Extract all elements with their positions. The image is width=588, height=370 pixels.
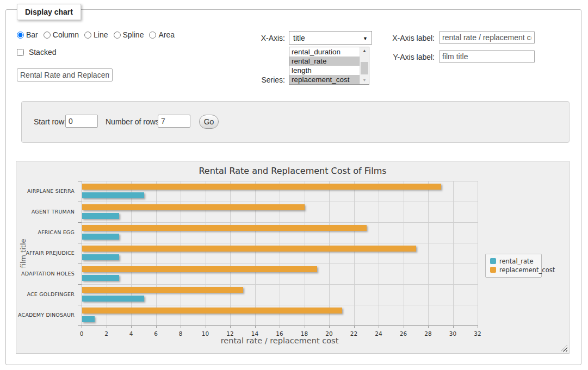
fieldset-legend: Display chart [17, 4, 81, 20]
radio-icon[interactable] [114, 32, 121, 39]
go-button[interactable]: Go [199, 115, 219, 129]
x-axis-select[interactable]: title ▼ [289, 31, 372, 45]
y-axis-label-label: Y-Axis label: [365, 53, 435, 61]
bar-replacement_cost[interactable] [82, 225, 367, 231]
x-tick-label: 2 [104, 330, 108, 337]
bar-rental_rate[interactable] [82, 192, 144, 198]
chart-type-radio-spline[interactable]: Spline [114, 30, 144, 39]
x-axis-line [82, 325, 478, 326]
grid-line-vertical [280, 181, 280, 325]
number-of-rows-input[interactable] [158, 115, 190, 128]
bar-rental_rate[interactable] [82, 254, 119, 260]
radio-icon[interactable] [17, 32, 24, 39]
category-label: ACADEMY DINOSAUR [16, 312, 75, 318]
legend-swatch-icon [490, 267, 496, 273]
chart-type-radio-bar[interactable]: Bar [17, 30, 38, 39]
chart-type-radio-line[interactable]: Line [84, 30, 108, 39]
x-tick-label: 30 [449, 330, 456, 337]
category-label: AFFAIR PREJUDICE [16, 250, 75, 256]
radio-icon[interactable] [84, 32, 91, 39]
chart-type-radio-area[interactable]: Area [149, 30, 175, 39]
radio-icon[interactable] [44, 32, 51, 39]
stacked-checkbox[interactable] [17, 49, 24, 56]
chart-type-radio-column[interactable]: Column [44, 30, 79, 39]
grid-line-vertical [181, 181, 181, 325]
grid-line-horizontal [82, 222, 478, 223]
chart-type-radio-label: Line [94, 30, 108, 39]
scroll-down-icon[interactable]: ▼ [360, 77, 369, 84]
x-tick-label: 0 [80, 330, 84, 337]
category-label: AIRPLANE SIERRA [16, 188, 75, 194]
legend-item-rental_rate[interactable]: rental_rate [490, 257, 537, 266]
series-option-rental_rate[interactable]: rental_rate [289, 57, 360, 66]
x-tick-label: 24 [375, 330, 382, 337]
grid-line-vertical [156, 181, 157, 325]
legend-label: rental_rate [499, 258, 534, 265]
bar-rental_rate[interactable] [82, 316, 95, 322]
chart-type-radio-label: Bar [26, 30, 38, 39]
grid-line-vertical [305, 181, 305, 325]
grid-line-vertical [379, 181, 379, 325]
chart-type-radio-label: Column [53, 30, 79, 39]
bar-replacement_cost[interactable] [82, 184, 441, 190]
series-options: rental_durationrental_ratelengthreplacem… [289, 47, 369, 84]
grid-line-vertical [428, 181, 429, 325]
number-of-rows-label: Number of rows: [106, 117, 162, 126]
y-axis-label-input[interactable] [439, 50, 535, 63]
x-tick-label: 32 [474, 330, 481, 337]
bar-rental_rate[interactable] [82, 234, 119, 240]
y-tick-mark [78, 325, 82, 326]
grid-line-horizontal [82, 181, 478, 181]
grid-line-vertical [131, 181, 132, 325]
x-tick-label: 14 [251, 330, 258, 337]
x-tick-label: 26 [400, 330, 407, 337]
y-tick-mark [78, 222, 82, 223]
bar-replacement_cost[interactable] [82, 246, 416, 252]
chart-legend: rental_ratereplacement_cost [485, 254, 542, 278]
x-tick-label: 10 [202, 330, 209, 337]
display-chart-fieldset: Display chart BarColumnLineSplineArea St… [5, 9, 581, 365]
y-tick-mark [78, 202, 82, 202]
y-tick-mark [78, 181, 82, 181]
stacked-checkbox-row[interactable]: Stacked [17, 48, 56, 57]
chart-type-radio-label: Area [158, 30, 175, 39]
x-axis-selected-value: title [293, 34, 305, 42]
y-tick-mark [78, 305, 82, 305]
series-option-replacement_cost[interactable]: replacement_cost [289, 75, 360, 84]
grid-line-vertical [404, 181, 404, 325]
bar-replacement_cost[interactable] [82, 287, 243, 293]
bar-replacement_cost[interactable] [82, 204, 305, 210]
series-option-rental_duration[interactable]: rental_duration [289, 47, 360, 57]
resize-handle-icon[interactable] [561, 345, 567, 352]
series-option-length[interactable]: length [289, 66, 360, 75]
grid-line-vertical [354, 181, 355, 325]
start-row-input[interactable] [65, 115, 98, 128]
x-tick-label: 12 [226, 330, 233, 337]
chart-type-radio-label: Spline [123, 30, 144, 39]
bar-replacement_cost[interactable] [82, 308, 342, 313]
category-label: ACE GOLDFINGER [16, 291, 75, 297]
x-tick-label: 8 [179, 330, 183, 337]
legend-item-replacement_cost[interactable]: replacement_cost [490, 266, 537, 274]
bar-rental_rate[interactable] [82, 275, 119, 281]
x-axis-label-input[interactable] [439, 31, 535, 44]
category-label: ADAPTATION HOLES [16, 271, 75, 277]
chart-type-radio-group: BarColumnLineSplineArea [17, 30, 180, 40]
bar-rental_rate[interactable] [82, 213, 119, 219]
x-tick-label: 28 [424, 330, 431, 337]
row-range-panel: Start row: Number of rows: Go [21, 101, 570, 143]
scrollbar-thumb[interactable] [361, 62, 368, 74]
bar-replacement_cost[interactable] [82, 266, 317, 272]
category-label: AFRICAN EGG [16, 229, 75, 235]
grid-line-vertical [478, 181, 478, 325]
y-tick-mark [78, 264, 82, 264]
legend-label: replacement_cost [499, 266, 555, 274]
grid-line-horizontal [82, 202, 478, 202]
series-listbox[interactable]: rental_durationrental_ratelengthreplacem… [289, 47, 369, 85]
bar-rental_rate[interactable] [82, 296, 144, 302]
grid-line-vertical [255, 181, 256, 325]
x-tick-label: 22 [350, 330, 357, 337]
y-axis-line [82, 181, 82, 325]
chart-title-input[interactable] [17, 68, 113, 81]
radio-icon[interactable] [149, 32, 156, 39]
